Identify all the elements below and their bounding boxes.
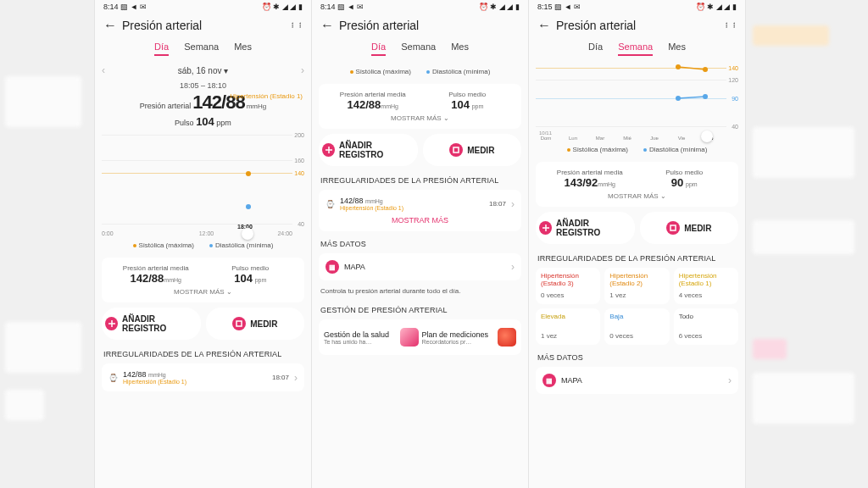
status-bar: 8:14 ▧ ◄ ✉ ⏰ ✱ ◢ ◢ ▮ — [95, 0, 311, 13]
map-icon: ▦ — [326, 260, 339, 274]
watch-icon: ⌚ — [326, 200, 335, 208]
bp-screen-week: 8:15 ▧ ◄ ✉ ⏰ ✱ ◢ ◢ ▮ ← Presión arterial … — [529, 0, 746, 488]
plus-icon — [105, 317, 118, 330]
bp-chart-day[interactable]: 200 160 140 40 18:00 0:00 12:00 24:00 — [102, 135, 304, 235]
irregularity-grid: Hipertensión (Estadio 3)0 veces Hiperten… — [536, 268, 738, 345]
measure-icon — [449, 143, 463, 157]
svg-line-2 — [678, 67, 705, 69]
irreg-card-stage2[interactable]: Hipertensión (Estadio 2)1 vez — [604, 268, 669, 304]
mapa-row[interactable]: ▦ MAPA › — [319, 253, 521, 280]
show-more-summary[interactable]: MOSTRAR MÁS ⌄ — [542, 189, 732, 200]
status-time: 8:14 — [103, 3, 119, 11]
svg-rect-0 — [236, 321, 242, 326]
reading-time: 18:05 – 18:10 — [100, 81, 306, 90]
chart-slider[interactable] — [701, 130, 713, 142]
tab-day[interactable]: Día — [371, 42, 386, 56]
show-more-summary[interactable]: MOSTRAR MÁS ⌄ — [326, 111, 515, 122]
health-management-item[interactable]: Gestión de la salud Te has unido ha… — [322, 324, 420, 350]
tab-month[interactable]: Mes — [451, 42, 469, 56]
measure-button[interactable]: MEDIR — [640, 212, 739, 244]
irreg-card-stage1[interactable]: Hipertensión (Estadio 1)4 veces — [674, 268, 738, 304]
svg-rect-1 — [453, 147, 459, 152]
map-icon: ▦ — [542, 374, 556, 387]
bp-warning: Hipertensión (Estadio 1) — [230, 93, 303, 101]
irreg-card-elevated[interactable]: Elevada1 vez — [536, 308, 600, 345]
date-prev[interactable]: ‹ — [102, 64, 105, 76]
add-record-button[interactable]: AÑADIR REGISTRO — [319, 134, 418, 166]
tab-week[interactable]: Semana — [401, 42, 436, 56]
measurement-plan-item[interactable]: Plan de mediciones Recordatorios pr… — [420, 324, 519, 350]
chart-dot-systolic — [246, 171, 251, 176]
page-title: Presión arterial — [122, 19, 202, 32]
tab-week[interactable]: Semana — [184, 42, 219, 56]
irreg-card-stage3[interactable]: Hipertensión (Estadio 3)0 veces — [536, 268, 600, 304]
page-title: Presión arterial — [339, 19, 419, 32]
back-icon[interactable]: ← — [537, 18, 551, 33]
show-more-irreg[interactable]: MOSTRAR MÁS — [326, 211, 515, 225]
measure-icon — [232, 317, 246, 330]
page-title: Presión arterial — [556, 19, 636, 32]
irregularity-item[interactable]: ⌚ 142/88 mmHg Hipertensión (Estadio 1) 1… — [102, 363, 304, 391]
show-more-summary[interactable]: MOSTRAR MÁS ⌄ — [108, 285, 298, 296]
irregularities-header: IRREGULARIDADES DE LA PRESIÓN ARTERIAL — [95, 345, 311, 360]
menu-icon[interactable]: ፧ ፧ — [726, 20, 737, 30]
blurred-left-margin — [0, 0, 95, 488]
add-record-button[interactable]: AÑADIR REGISTRO — [536, 212, 635, 244]
health-icon — [400, 328, 419, 347]
date-next[interactable]: › — [301, 64, 304, 76]
pulse-value: 104 — [196, 115, 214, 128]
status-right-icons: ⏰ ✱ ◢ ◢ ▮ — [262, 3, 303, 11]
tab-month[interactable]: Mes — [234, 42, 252, 56]
svg-rect-4 — [670, 225, 676, 230]
irreg-card-all[interactable]: Todo6 veces — [674, 308, 738, 345]
plus-icon — [322, 143, 335, 157]
period-tabs: Día Semana Mes — [95, 40, 311, 61]
tab-day[interactable]: Día — [588, 42, 603, 56]
status-bar: 8:15 ▧ ◄ ✉ ⏰ ✱ ◢ ◢ ▮ — [529, 0, 745, 13]
back-icon[interactable]: ← — [320, 18, 334, 33]
blood-drop-icon — [498, 328, 516, 347]
tab-day[interactable]: Día — [154, 42, 169, 56]
tab-week[interactable]: Semana — [618, 42, 653, 56]
bp-readout: 18:05 – 18:10 Presión arterial 142/88 mm… — [95, 80, 311, 131]
status-bar: 8:14 ▧ ◄ ✉ ⏰ ✱ ◢ ◢ ▮ — [312, 0, 528, 13]
svg-line-3 — [678, 97, 705, 98]
measure-icon — [666, 221, 680, 235]
summary-card: Presión arterial media 142/88mmHg Pulso … — [102, 258, 304, 302]
chart-dot-diastolic — [246, 204, 251, 209]
mapa-description: Controla tu presión arterial durante tod… — [312, 284, 528, 301]
measure-button[interactable]: MEDIR — [423, 134, 522, 166]
measure-button[interactable]: MEDIR — [206, 308, 305, 340]
watch-icon: ⌚ — [108, 374, 118, 382]
back-icon[interactable]: ← — [103, 18, 117, 33]
mapa-row[interactable]: ▦ MAPA › — [536, 367, 738, 394]
irregularity-card: ⌚ 142/88 mmHg Hipertensión (Estadio 1) 1… — [319, 190, 521, 231]
add-record-button[interactable]: AÑADIR REGISTRO — [102, 308, 201, 340]
plus-icon — [539, 221, 552, 235]
tab-month[interactable]: Mes — [668, 42, 686, 56]
bp-screen-day: 8:14 ▧ ◄ ✉ ⏰ ✱ ◢ ◢ ▮ ← Presión arterial … — [95, 0, 312, 488]
chart-slider[interactable] — [242, 228, 253, 240]
date-label[interactable]: sáb, 16 nov ▾ — [178, 66, 229, 75]
chart-legend: Sistólica (máxima) Diastólica (mínima) — [95, 235, 311, 254]
blurred-right-margin — [746, 0, 868, 488]
irreg-card-low[interactable]: Baja0 veces — [604, 308, 669, 345]
menu-icon[interactable]: ፧ ፧ — [292, 20, 303, 30]
bp-chart-week[interactable]: 140 120 90 40 10/11 Dom Lun Mar Mié Jue … — [536, 63, 738, 139]
bp-screen-day-scrolled: 8:14 ▧ ◄ ✉ ⏰ ✱ ◢ ◢ ▮ ← Presión arterial … — [312, 0, 529, 488]
